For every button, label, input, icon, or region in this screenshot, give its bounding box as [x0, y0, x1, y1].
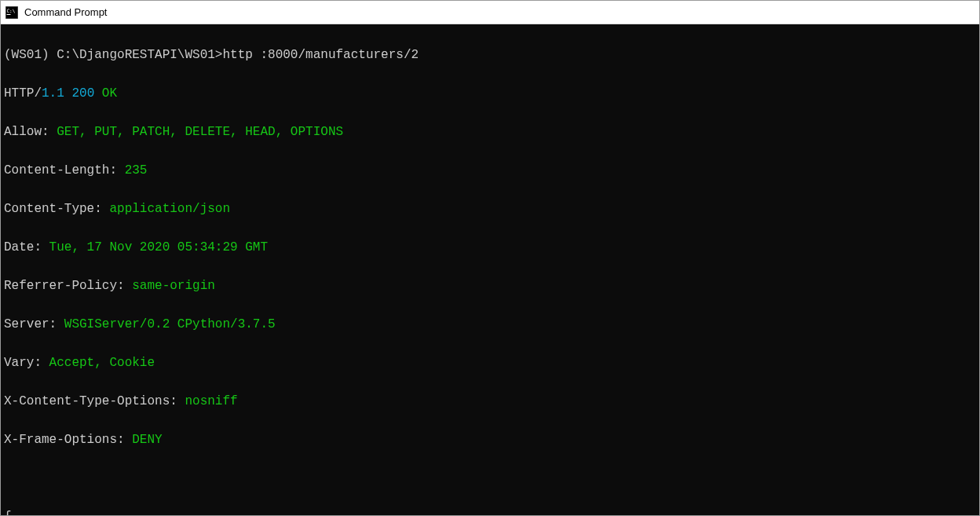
- header-key: Content-Length: [4, 163, 109, 177]
- http-reason: OK: [102, 86, 117, 101]
- header-key: X-Content-Type-Options: [4, 394, 170, 408]
- header-key: Server: [4, 317, 49, 331]
- svg-text:C:\: C:\: [7, 8, 16, 13]
- header-vary: Vary: Accept, Cookie: [4, 353, 976, 373]
- terminal-output[interactable]: (WS01) C:\DjangoRESTAPI\WS01>http :8000/…: [1, 24, 979, 515]
- http-status-line: HTTP/1.1 200 OK: [4, 84, 976, 104]
- json-open: {: [4, 507, 976, 516]
- svg-rect-2: [7, 14, 11, 15]
- command-text: http :8000/manufacturers/2: [222, 48, 419, 62]
- header-key: X-Frame-Options: [4, 433, 117, 447]
- command-prompt-window: C:\ Command Prompt (WS01) C:\DjangoRESTA…: [0, 0, 980, 516]
- header-key: Date: [4, 240, 34, 254]
- header-key: Content-Type: [4, 202, 94, 216]
- header-key: Referrer-Policy: [4, 279, 117, 293]
- header-value: WSGIServer/0.2 CPython/3.7.5: [64, 317, 276, 331]
- header-x-content-type-options: X-Content-Type-Options: nosniff: [4, 392, 976, 412]
- header-referrer-policy: Referrer-Policy: same-origin: [4, 276, 976, 296]
- http-code: 200: [71, 86, 94, 101]
- header-content-length: Content-Length: 235: [4, 161, 976, 181]
- prompt-prefix: (WS01) C:\DjangoRESTAPI\WS01>: [4, 48, 222, 62]
- command-prompt-icon: C:\: [5, 6, 18, 19]
- header-allow: Allow: GET, PUT, PATCH, DELETE, HEAD, OP…: [4, 123, 976, 142]
- header-value: nosniff: [185, 394, 237, 408]
- header-value: same-origin: [132, 279, 215, 293]
- header-value: 235: [125, 163, 148, 177]
- header-server: Server: WSGIServer/0.2 CPython/3.7.5: [4, 315, 976, 335]
- window-title: Command Prompt: [24, 1, 107, 24]
- header-content-type: Content-Type: application/json: [4, 199, 976, 219]
- prompt-line-1: (WS01) C:\DjangoRESTAPI\WS01>http :8000/…: [4, 46, 976, 65]
- header-value: application/json: [109, 202, 230, 216]
- header-key: Vary: [4, 356, 34, 370]
- header-value: Accept, Cookie: [49, 356, 155, 370]
- header-key: Allow: [4, 125, 42, 139]
- http-version: 1.1: [42, 86, 64, 101]
- header-value: DENY: [132, 433, 162, 447]
- header-date: Date: Tue, 17 Nov 2020 05:34:29 GMT: [4, 238, 976, 258]
- titlebar[interactable]: C:\ Command Prompt: [1, 1, 979, 24]
- blank-line: [4, 469, 976, 489]
- http-proto: HTTP: [4, 86, 34, 101]
- header-x-frame-options: X-Frame-Options: DENY: [4, 430, 976, 450]
- header-value: GET, PUT, PATCH, DELETE, HEAD, OPTIONS: [57, 125, 343, 139]
- header-value: Tue, 17 Nov 2020 05:34:29 GMT: [49, 240, 268, 254]
